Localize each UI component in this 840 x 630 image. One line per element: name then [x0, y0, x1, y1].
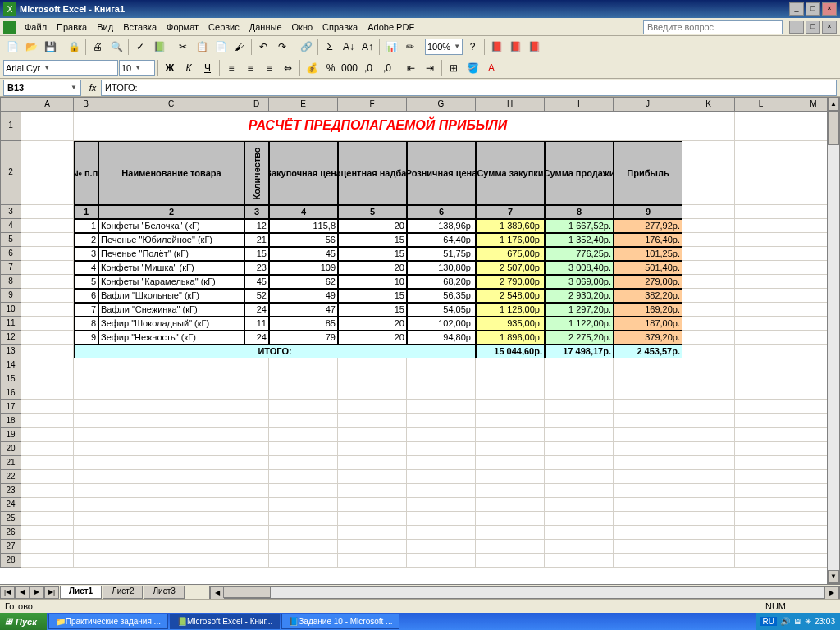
- cell[interactable]: Процентная надбавка: [338, 141, 407, 205]
- row-header-16[interactable]: 16: [0, 386, 21, 400]
- cell[interactable]: 7: [476, 205, 545, 219]
- cell[interactable]: 176,40р.: [614, 233, 682, 247]
- cell[interactable]: [682, 372, 735, 386]
- cell[interactable]: [338, 442, 407, 456]
- row-header-9[interactable]: 9: [0, 289, 21, 303]
- cell[interactable]: 45: [269, 247, 338, 261]
- menu-file[interactable]: Файл: [20, 21, 52, 34]
- cell[interactable]: [244, 456, 269, 470]
- zoom-combo[interactable]: 100%▼: [425, 39, 463, 55]
- doc-minimize-button[interactable]: _: [789, 21, 804, 34]
- cell[interactable]: [21, 540, 74, 554]
- cell[interactable]: 1: [74, 205, 98, 219]
- cell[interactable]: 279,00р.: [614, 275, 682, 289]
- cell[interactable]: [735, 442, 788, 456]
- cell[interactable]: 10: [338, 275, 407, 289]
- cell[interactable]: [21, 233, 74, 247]
- cell[interactable]: 56,35р.: [407, 289, 476, 303]
- cell[interactable]: [735, 233, 788, 247]
- cell[interactable]: [735, 540, 788, 554]
- minimize-button[interactable]: _: [789, 2, 804, 16]
- cell[interactable]: Закупочная цена: [269, 141, 338, 205]
- cell[interactable]: 52: [244, 289, 269, 303]
- cell[interactable]: [545, 470, 614, 484]
- vscroll-thumb[interactable]: [828, 111, 839, 145]
- cell[interactable]: [476, 358, 545, 372]
- cell[interactable]: [74, 470, 98, 484]
- cell[interactable]: [476, 484, 545, 498]
- cell[interactable]: 5: [74, 275, 98, 289]
- cell[interactable]: [98, 540, 244, 554]
- font-color-button[interactable]: A: [482, 59, 500, 77]
- sheet-tab-2[interactable]: Лист2: [103, 586, 143, 599]
- row-header-1[interactable]: 1: [0, 112, 21, 141]
- cell[interactable]: [682, 540, 735, 554]
- cell[interactable]: [476, 400, 545, 414]
- cell[interactable]: [21, 428, 74, 442]
- tab-nav-last[interactable]: ▶|: [44, 586, 59, 599]
- inc-indent-button[interactable]: ⇥: [421, 59, 439, 77]
- drawing-button[interactable]: ✏: [401, 38, 419, 56]
- cell[interactable]: [21, 414, 74, 428]
- cell[interactable]: [21, 498, 74, 512]
- col-header-F[interactable]: F: [338, 97, 407, 112]
- col-header-A[interactable]: A: [21, 97, 74, 112]
- row-header-21[interactable]: 21: [0, 456, 21, 470]
- cell[interactable]: 21: [244, 233, 269, 247]
- close-button[interactable]: ×: [822, 2, 837, 16]
- cell[interactable]: Количество: [244, 141, 269, 205]
- cell[interactable]: [21, 289, 74, 303]
- paste-button[interactable]: 📄: [212, 38, 230, 56]
- cell[interactable]: 1 896,00р.: [476, 331, 545, 345]
- cell[interactable]: [269, 372, 338, 386]
- cell[interactable]: 1 667,52р.: [545, 219, 614, 233]
- cell[interactable]: [338, 386, 407, 400]
- currency-button[interactable]: 💰: [303, 59, 321, 77]
- cell[interactable]: 47: [269, 303, 338, 317]
- permission-button[interactable]: 🔒: [65, 38, 83, 56]
- cell[interactable]: [21, 526, 74, 540]
- cell[interactable]: [269, 554, 338, 568]
- cell[interactable]: 115,8: [269, 219, 338, 233]
- cell[interactable]: 15: [338, 289, 407, 303]
- cell[interactable]: 9: [74, 331, 98, 345]
- cell[interactable]: [545, 540, 614, 554]
- cell[interactable]: [74, 540, 98, 554]
- ask-question-box[interactable]: [643, 20, 783, 34]
- cell[interactable]: [407, 372, 476, 386]
- cell[interactable]: [21, 512, 74, 526]
- cell[interactable]: [735, 386, 788, 400]
- cell[interactable]: [476, 470, 545, 484]
- vertical-scrollbar[interactable]: ▲ ▼: [827, 97, 840, 584]
- cell[interactable]: 935,00р.: [476, 317, 545, 331]
- cell[interactable]: [338, 456, 407, 470]
- cell[interactable]: [476, 526, 545, 540]
- print-button[interactable]: 🖨: [89, 38, 107, 56]
- cell[interactable]: № п.п.: [74, 141, 98, 205]
- cell[interactable]: [476, 442, 545, 456]
- cell[interactable]: [614, 512, 682, 526]
- cell[interactable]: [21, 470, 74, 484]
- cell[interactable]: [244, 414, 269, 428]
- cell[interactable]: Сумма закупки: [476, 141, 545, 205]
- cell[interactable]: [98, 442, 244, 456]
- menu-tools[interactable]: Сервис: [203, 21, 244, 34]
- cell[interactable]: [21, 275, 74, 289]
- cell[interactable]: [735, 112, 788, 141]
- cell[interactable]: 101,25р.: [614, 247, 682, 261]
- cell[interactable]: [735, 247, 788, 261]
- cell[interactable]: [98, 498, 244, 512]
- cell[interactable]: [407, 442, 476, 456]
- cell[interactable]: [21, 112, 74, 141]
- cell[interactable]: 68,20р.: [407, 275, 476, 289]
- cell[interactable]: [74, 554, 98, 568]
- cell[interactable]: [682, 484, 735, 498]
- cell[interactable]: [98, 358, 244, 372]
- cell[interactable]: [338, 540, 407, 554]
- cell[interactable]: [21, 386, 74, 400]
- autosum-button[interactable]: Σ: [321, 38, 339, 56]
- cell[interactable]: [21, 400, 74, 414]
- cell[interactable]: [614, 386, 682, 400]
- cell[interactable]: [545, 498, 614, 512]
- cell[interactable]: [735, 303, 788, 317]
